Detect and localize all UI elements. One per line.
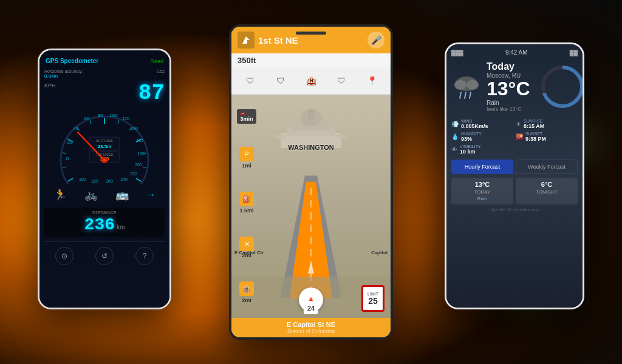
nav-icon-1[interactable]: 🛡	[241, 71, 260, 90]
svg-text:200: 200	[135, 163, 142, 167]
visibility-content: VISIBILITY 10 km	[460, 144, 481, 155]
distance-unit: km	[117, 224, 125, 231]
gps-status: Read	[150, 58, 163, 64]
svg-text:160: 160	[136, 138, 143, 143]
wind-value: 0.005Km/s	[461, 123, 488, 129]
visibility-value: 10 km	[460, 149, 481, 155]
svg-line-8	[118, 120, 119, 124]
speed-limit-label: LIMIT	[367, 292, 378, 296]
svg-text:280: 280	[91, 179, 98, 183]
weather-status-bar: ▓▓▓ 9:42 AM ▓▓	[451, 49, 578, 56]
svg-point-38	[103, 159, 106, 161]
sunrise-value: 8:15 AM	[524, 123, 544, 129]
weather-signal: ▓▓▓	[451, 50, 463, 56]
forecast-today-temp: 13°C	[475, 181, 490, 188]
svg-text:180: 180	[137, 152, 145, 156]
settings-btn[interactable]: ⊙	[55, 247, 73, 265]
road-number-badge: 24	[304, 301, 318, 314]
weather-tabs: Hourly Forcast Weekly Forcast	[451, 160, 578, 174]
weather-battery: ▓▓	[570, 50, 578, 56]
eta-label: 🚗	[240, 111, 253, 116]
phone-center: 1st St NE 🎤 350ft 🛡 🛡 🏨 🛡 📍	[229, 24, 393, 340]
weather-main: Today Moscow, RU 13°C Rain feels like 13…	[451, 59, 578, 114]
nav-icon-4[interactable]: 🛡	[332, 71, 351, 90]
nav-distance-bar: 350ft	[231, 53, 391, 67]
horiz-label: Horizontal accuracy:	[44, 69, 83, 73]
weather-temp: 13°C	[487, 79, 530, 98]
nav-icon-5[interactable]: 📍	[362, 71, 381, 90]
current-road-area: District of Columbia	[234, 328, 388, 334]
poi-gas: ⛽ 1.5mi	[231, 192, 262, 214]
sunrise-content: SUNRISE 8:15 AM	[524, 119, 544, 129]
eta-box: 🚗 3min	[237, 109, 256, 124]
current-road-name: E Capitol St NE	[234, 321, 388, 328]
svg-text:0: 0	[66, 156, 69, 161]
run-icon: 🏃	[53, 188, 67, 201]
sunrise-label: SUNRISE	[524, 119, 544, 123]
weather-update: Update 20 minutes ago	[451, 207, 578, 212]
weather-today-label: Today	[487, 61, 530, 72]
gps-title: GPS Speedometer	[46, 58, 98, 64]
nav-screen: 1st St NE 🎤 350ft 🛡 🛡 🏨 🛡 📍	[231, 27, 391, 337]
refresh-btn[interactable]: ↺	[95, 247, 114, 265]
phone-right: ▓▓▓ 9:42 AM ▓▓	[445, 42, 584, 309]
street-label-right: Capitol	[371, 250, 388, 255]
svg-line-6	[90, 120, 91, 124]
poi-hotel-dist: 2mi	[242, 297, 251, 303]
help-btn[interactable]: ?	[135, 247, 154, 265]
svg-text:120: 120	[122, 116, 129, 121]
weather-condition: Rain	[487, 99, 530, 106]
eta-display: 🚗 3min	[231, 109, 262, 124]
rain-cloud-icon	[451, 72, 482, 102]
humidity-detail: 💧 HUMIDITY 93%	[451, 132, 513, 142]
svg-text:23.5m: 23.5m	[98, 144, 112, 149]
nav-top-bar: 1st St NE 🎤	[231, 27, 391, 53]
svg-line-57	[470, 92, 471, 98]
road-number: 24	[307, 305, 315, 312]
visibility-label: VISIBILITY	[460, 144, 481, 149]
weather-forecast-row: 13°C TODAY Rain 6°C TONIGHT	[451, 178, 578, 204]
gauge-svg: 0 20 40 60 80 100 120 140 160 180 200 22…	[56, 106, 153, 184]
wind-content: WIND 0.005Km/s	[461, 119, 488, 129]
eta-value: 3min	[240, 116, 253, 122]
weather-ring-svg	[538, 62, 585, 111]
nav-icon-3[interactable]: 🏨	[301, 71, 321, 90]
weather-today-info: Today Moscow, RU 13°C Rain feels like 13…	[487, 61, 530, 112]
sunset-icon: 🌇	[516, 133, 523, 140]
weather-icon-container	[451, 72, 482, 102]
speed-limit-value: 25	[368, 296, 378, 306]
distance-value: 236	[84, 215, 115, 234]
wind-detail: 💨 WIND 0.005Km/s	[451, 119, 513, 129]
svg-point-54	[466, 80, 479, 90]
tab-hourly[interactable]: Hourly Forcast	[451, 160, 513, 174]
poi-hotel-icon: 🏨	[239, 281, 254, 296]
gps-screen: GPS Speedometer Read Horizontal accuracy…	[39, 50, 169, 308]
sunrise-detail: ☀ SUNRISE 8:15 AM	[516, 119, 578, 129]
svg-text:40: 40	[73, 126, 79, 131]
sunset-detail: 🌇 SUNSET 9:38 PM	[516, 132, 578, 142]
turn-arrow-icon	[238, 32, 255, 49]
weather-feels-like: feels like 13°C	[487, 106, 530, 112]
speed-display: 87	[138, 83, 165, 104]
humidity-label: HUMIDITY	[461, 132, 482, 136]
phones-container: GPS Speedometer Read Horizontal accuracy…	[38, 12, 584, 352]
svg-text:60: 60	[84, 116, 90, 121]
forecast-tonight-label: TONIGHT	[536, 189, 558, 195]
svg-text:240: 240	[120, 177, 128, 181]
bike-icon: 🚲	[84, 188, 98, 201]
mic-btn[interactable]: 🎤	[367, 32, 384, 49]
wind-icon: 💨	[451, 121, 459, 127]
forecast-today: 13°C TODAY Rain	[451, 178, 513, 204]
weather-details-grid: 💨 WIND 0.005Km/s ☀ SUNRISE 8:15 AM 💧	[451, 119, 578, 155]
poi-gas-icon: ⛽	[239, 192, 254, 206]
sunset-label: SUNSET	[525, 132, 546, 136]
svg-line-1	[67, 178, 73, 181]
speed-limit-sign: LIMIT 25	[361, 285, 384, 312]
forecast-today-cond: Rain	[477, 196, 487, 201]
tab-weekly[interactable]: Weekly Forcast	[516, 160, 578, 174]
bottom-buttons: ⊙ ↺ ?	[44, 241, 165, 268]
forecast-tonight: 6°C TONIGHT	[516, 178, 578, 204]
nav-icon-2[interactable]: 🛡	[271, 71, 290, 90]
poi-gas-dist: 1.5mi	[239, 207, 253, 214]
poi-hotel: 🏨 2mi	[231, 281, 262, 303]
